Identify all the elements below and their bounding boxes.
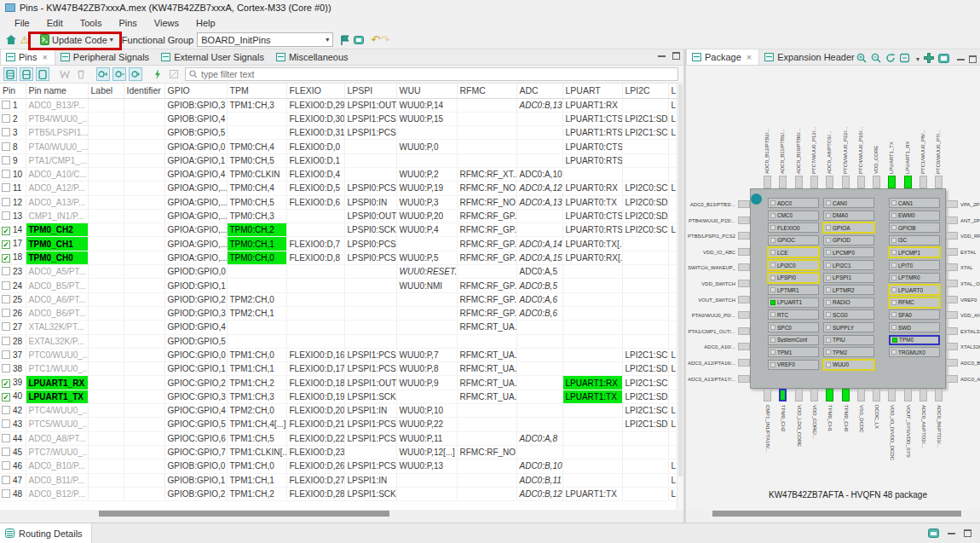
identifier-cell[interactable] [124,182,164,195]
lpi2c-cell[interactable]: LPI2C0:SDAS [622,195,668,209]
peripheral-block-tpm1[interactable]: TPM1 [768,347,819,357]
label-cell[interactable] [88,251,124,264]
identifier-cell[interactable] [124,251,164,264]
table-horizontal-scrollbar[interactable] [0,510,683,517]
pin-number-cell[interactable]: 28 [0,334,26,348]
lpuart-cell[interactable]: LPUART0:RTS [562,223,622,237]
lpuart-cell[interactable] [562,292,622,306]
pin-number-cell[interactable]: 8 [0,140,26,153]
lpspi-cell[interactable]: LPSPI1:PCS2 [344,126,396,140]
wuu-cell[interactable]: WUU0:P,3 [396,195,457,209]
gpio-cell[interactable]: GPIOB:GPIO,4 [164,112,227,125]
wuu-cell[interactable] [396,306,457,320]
pin-name-cell[interactable]: PTC0/WUU0_... [26,348,88,361]
label-cell[interactable] [88,334,124,348]
pin-number-cell[interactable]: 25 [0,292,26,306]
show-free-pins-icon[interactable] [36,67,49,81]
flexio-cell[interactable]: FLEXIO0:D,22 [286,431,344,445]
lpspi-cell[interactable] [344,445,396,459]
label-cell[interactable] [88,98,124,112]
package-pin[interactable] [738,280,750,287]
gpio-cell[interactable]: GPIOA:GPIO,1 [164,153,227,167]
peripheral-block-lpuart0[interactable]: LPUART0 [889,285,940,295]
wuu-cell[interactable]: WUU0:P,12[...] [396,445,457,459]
tpm-cell[interactable]: TPM0:CH,4 [227,182,286,195]
wuu-cell[interactable] [396,390,457,403]
lpspi-cell[interactable]: LPSPI1:IN [344,404,396,418]
rotate-icon[interactable] [885,51,896,66]
lpspi-cell[interactable] [344,279,396,292]
pin-number-cell[interactable]: 27 [0,321,26,334]
tpm-cell[interactable]: TPM0:CLKIN [227,167,286,181]
tpm-cell[interactable] [227,279,286,292]
adc-cell[interactable] [516,112,562,125]
wuu-cell[interactable] [396,334,457,348]
lpi2c-cell[interactable] [622,445,668,459]
peripheral-block-tpiu[interactable]: TPIU [823,335,874,345]
flexio-cell[interactable] [286,321,344,334]
pin-number-cell[interactable]: 43 [0,418,26,431]
tpm-cell[interactable]: TPM1:CH,1 [227,473,286,487]
lpi2c-cell[interactable] [622,334,668,348]
peripheral-block-gpiod[interactable]: GPIOD [823,235,874,246]
gpio-cell[interactable]: GPIOD:GPIO,2 [164,292,227,306]
table-row[interactable]: 13CMP1_IN1/P...GPIOA:GPIO,...TPM0:CH,3LP… [0,209,678,222]
identifier-cell[interactable] [124,306,164,320]
pin-name-cell[interactable]: ADC0_A5/PT... [26,265,88,279]
gpio-cell[interactable]: GPIOB:GPIO,1 [164,473,227,487]
clear-filter-icon[interactable] [167,67,181,81]
flexio-cell[interactable]: FLEXIO0:D,20 [286,404,344,418]
lpuart-cell[interactable] [562,418,622,431]
package-pin[interactable] [888,389,896,401]
rfmc-cell[interactable]: RFMC:RF_NO... [457,182,516,195]
gpio-cell[interactable]: GPIOA:GPIO,0 [164,140,227,153]
pin-checkbox[interactable]: ✓ [2,379,10,388]
column-header-wuu[interactable]: WUU [396,84,457,98]
table-row[interactable]: 25ADC0_A6/PT...GPIOD:GPIO,2TPM2:CH,0RFMC… [0,292,678,306]
label-cell[interactable] [88,376,124,390]
tpm-cell[interactable]: TPM0:CH,2 [227,223,286,237]
flexio-cell[interactable] [286,265,344,279]
peripheral-block-lce[interactable]: LCE [768,247,819,257]
label-cell[interactable] [88,126,124,140]
lpspi-cell[interactable] [344,140,396,153]
lpspi-cell[interactable]: LPSPI1:PCS0 [344,459,396,473]
lpuart-cell[interactable] [562,473,622,487]
tpm-cell[interactable] [227,321,286,334]
lpuart-cell[interactable] [562,167,622,181]
lpspi-cell[interactable]: LPSPI0:IN [344,195,396,209]
rfmc-cell[interactable] [457,487,516,500]
tpm-cell[interactable]: TPM0:CH,5 [227,195,286,209]
label-cell[interactable] [88,390,124,403]
rfmc-cell[interactable]: RFMC:RT_UA... [457,348,516,361]
lpi2c-cell[interactable]: LPI2C1:SDA [622,418,668,431]
menu-item-tools[interactable]: Tools [72,17,110,29]
maximize-icon[interactable] [672,52,680,60]
rfmc-cell[interactable] [457,418,516,431]
pin-number-cell[interactable]: 2 [0,112,26,125]
package-pin[interactable] [738,217,750,224]
bottom-maximize-icon[interactable] [964,529,971,537]
peripheral-block-lpcmp1[interactable]: LPCMP1 [889,247,940,257]
lpuart-cell[interactable]: LPUART0:RX [562,182,622,195]
show-routed-pins-icon[interactable] [3,67,17,81]
package-pin[interactable] [946,327,958,335]
package-pin[interactable] [888,176,896,188]
rfmc-cell[interactable]: RFMC:RF_NO... [457,195,516,209]
adc-cell[interactable] [516,126,562,140]
package-pin[interactable] [857,389,865,401]
lpuart-cell[interactable]: LPUART1:RTS [562,126,622,140]
peripheral-block-vref0[interactable]: VREF0 [768,360,819,370]
tpm-cell[interactable]: TPM2:CH,1 [227,306,286,320]
label-cell[interactable] [88,362,124,376]
package-pin[interactable] [935,389,943,401]
gpio-cell[interactable]: GPIOC:GPIO,5 [164,418,227,431]
lpuart-cell[interactable] [562,321,622,334]
gpio-cell[interactable]: GPIOC:GPIO,6 [164,431,227,445]
pin-name-cell[interactable]: ADC0_B12/P... [26,487,88,500]
peripheral-block-lpi2c0[interactable]: LPI2C0 [768,260,819,270]
wuu-cell[interactable] [396,292,457,306]
package-pin[interactable] [919,176,927,188]
rfmc-cell[interactable] [457,473,516,487]
package-pin[interactable] [946,248,958,256]
